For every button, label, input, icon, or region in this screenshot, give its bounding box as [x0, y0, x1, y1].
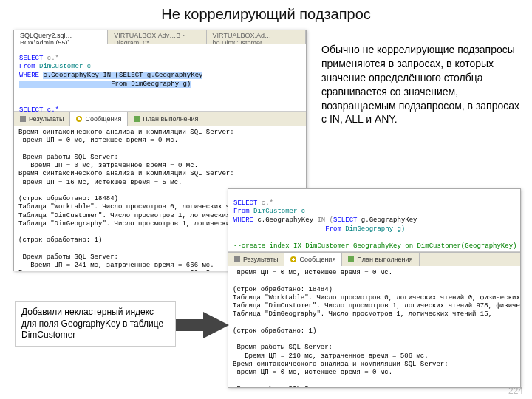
- tab-execution-plan[interactable]: План выполнения: [342, 253, 419, 266]
- tab-messages[interactable]: Сообщения: [284, 253, 342, 266]
- result-tab-strip: Результаты Сообщения План выполнения: [228, 252, 520, 266]
- file-tab[interactable]: SQLQuery2.sql…BOX\admin (55)): [14, 30, 108, 44]
- ssms-window-after: SELECT c.* From DimCustomer c WHERE c.Ge…: [228, 188, 521, 388]
- file-tab[interactable]: VIRTUALBOX.Ad…bo.DimCustomer: [207, 30, 306, 44]
- file-tab[interactable]: VIRTUALBOX.Adv…B - Diagram_0*: [108, 30, 206, 44]
- tab-results[interactable]: Результаты: [14, 112, 70, 126]
- message-icon: [76, 116, 82, 122]
- tab-messages[interactable]: Сообщения: [70, 112, 128, 126]
- slide-title: Не коррелирующий подзапрос: [0, 6, 532, 23]
- tab-results[interactable]: Результаты: [228, 253, 284, 266]
- messages-pane[interactable]: время ЦП = 0 мс, истекшее время = 0 мс. …: [228, 266, 520, 387]
- plan-icon: [134, 116, 140, 122]
- grid-icon: [20, 116, 26, 122]
- grid-icon: [234, 256, 240, 262]
- file-tab-strip: SQLQuery2.sql…BOX\admin (55)) VIRTUALBOX…: [14, 30, 306, 44]
- description-right: Обычно не коррелирующие подзапросы приме…: [321, 43, 521, 126]
- sql-editor[interactable]: SELECT c.* From DimCustomer c WHERE c.Ge…: [228, 189, 520, 252]
- sql-editor[interactable]: SELECT c.* From DimCustomer c WHERE c.Ge…: [14, 44, 306, 112]
- plan-icon: [348, 256, 354, 262]
- description-left-index-note: Добавили некластерный индекс для поля Ge…: [15, 301, 176, 347]
- tab-execution-plan[interactable]: План выполнения: [128, 112, 205, 126]
- message-icon: [290, 256, 296, 262]
- result-tab-strip: Результаты Сообщения План выполнения: [14, 112, 306, 126]
